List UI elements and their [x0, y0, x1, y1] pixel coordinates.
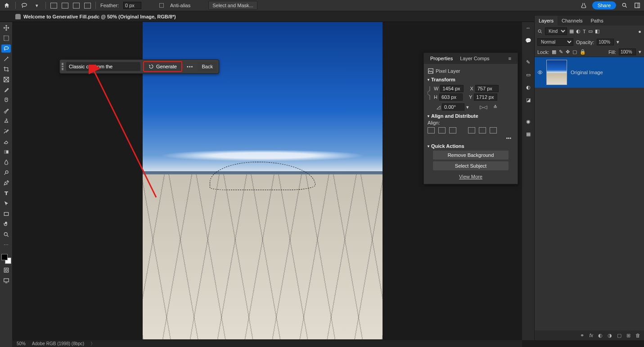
filter-search-icon[interactable] [537, 29, 543, 34]
tab-layer-comps[interactable]: Layer Comps [456, 54, 493, 63]
drag-handle-icon[interactable] [62, 63, 63, 70]
edit-toolbar-icon[interactable]: ⋯ [1, 241, 11, 249]
height-input[interactable]: 603 px [439, 93, 463, 101]
workspace-icon[interactable] [633, 1, 641, 9]
quick-mask-icon[interactable] [1, 266, 11, 274]
filter-adjust-icon[interactable]: ◐ [576, 28, 581, 34]
align-top-icon[interactable] [468, 127, 475, 133]
share-button[interactable]: Share [592, 1, 616, 9]
transform-section[interactable]: Transform [428, 77, 514, 82]
quick-actions-section[interactable]: Quick Actions [428, 143, 514, 149]
align-bottom-icon[interactable] [490, 127, 497, 133]
comments-panel-icon[interactable]: 💬 [524, 36, 532, 44]
new-layer-icon[interactable]: ⊞ [626, 333, 630, 338]
blend-mode-select[interactable]: Normal [537, 38, 573, 46]
visibility-eye-icon[interactable] [537, 70, 543, 75]
history-panel-icon[interactable]: ▭ [524, 71, 532, 79]
frame-tool-icon[interactable] [1, 76, 11, 84]
pen-tool-icon[interactable] [1, 179, 11, 187]
tab-properties[interactable]: Properties [427, 54, 456, 63]
selection-mode-add[interactable] [62, 3, 68, 9]
brush-tool-icon[interactable] [1, 107, 11, 115]
more-options-icon[interactable]: ••• [185, 63, 195, 70]
lock-all-icon[interactable]: 🔒 [580, 49, 586, 55]
y-input[interactable]: 1712 px [474, 93, 497, 101]
brushes-panel-icon[interactable]: ✎ [524, 58, 532, 66]
color-swatches[interactable] [1, 254, 11, 264]
zoom-tool-icon[interactable] [1, 231, 11, 239]
feather-input[interactable] [123, 2, 141, 9]
selection-mode-subtract[interactable] [73, 3, 80, 9]
dodge-tool-icon[interactable] [1, 169, 11, 177]
width-input[interactable]: 1454 px [440, 85, 464, 92]
align-right-icon[interactable] [449, 127, 456, 133]
more-align-icon[interactable]: ••• [428, 135, 514, 141]
align-section[interactable]: Align and Distribute [428, 113, 514, 119]
x-input[interactable]: 757 px [475, 85, 499, 92]
libraries-panel-icon[interactable]: ◪ [524, 96, 532, 104]
prompt-input[interactable]: Classic car from the [66, 62, 140, 71]
beaker-icon[interactable] [580, 1, 588, 9]
filter-toggle-icon[interactable]: ● [638, 29, 641, 34]
screen-mode-icon[interactable] [1, 276, 11, 285]
lasso-tool-icon[interactable] [20, 1, 28, 9]
eyedropper-tool-icon[interactable] [1, 86, 11, 94]
selection-mode-new[interactable] [50, 3, 57, 9]
healing-brush-tool-icon[interactable] [1, 96, 11, 104]
swatches-panel-icon[interactable]: ▦ [524, 130, 532, 138]
fill-input[interactable]: 100% [619, 49, 636, 55]
gradient-tool-icon[interactable] [1, 148, 11, 156]
panel-menu-icon[interactable]: ≡ [505, 54, 515, 63]
adjustments-panel-icon[interactable]: ◐ [524, 83, 532, 91]
document-title[interactable]: Welcome to Generative Fill.psdc @ 50% (O… [23, 14, 176, 19]
move-tool-icon[interactable] [1, 24, 11, 32]
filter-kind-select[interactable]: Kind [545, 27, 567, 35]
color-panel-icon[interactable]: ◉ [524, 117, 532, 125]
clone-stamp-tool-icon[interactable] [1, 117, 11, 125]
filter-shape-icon[interactable]: ▭ [588, 28, 593, 34]
blur-tool-icon[interactable] [1, 158, 11, 166]
align-center-h-icon[interactable] [438, 127, 446, 133]
hand-tool-icon[interactable] [1, 220, 11, 228]
flip-vertical-icon[interactable]: ≛ [493, 104, 497, 110]
align-left-icon[interactable] [428, 127, 435, 133]
marquee-tool-icon[interactable] [1, 34, 11, 42]
rectangle-tool-icon[interactable] [1, 210, 11, 218]
select-and-mask-button[interactable]: Select and Mask... [208, 1, 257, 10]
filter-smart-icon[interactable]: ◧ [595, 28, 599, 34]
remove-background-button[interactable]: Remove Background [433, 151, 509, 160]
layer-fx-icon[interactable]: fx [589, 333, 593, 338]
zoom-level[interactable]: 50% [17, 341, 26, 346]
generate-button[interactable]: Generate [143, 61, 182, 72]
align-center-v-icon[interactable] [479, 127, 486, 133]
opacity-input[interactable]: 100% [597, 39, 614, 45]
history-brush-tool-icon[interactable] [1, 127, 11, 135]
angle-input[interactable]: 0.00° [442, 103, 464, 111]
back-button[interactable]: Back [198, 62, 216, 71]
flip-horizontal-icon[interactable]: ▷◁ [480, 104, 487, 110]
tab-layers[interactable]: Layers [535, 16, 558, 26]
filter-type-icon[interactable]: T [583, 29, 586, 34]
layer-name[interactable]: Original Image [571, 70, 603, 75]
layer-row[interactable]: Original Image [535, 57, 644, 88]
lock-position-icon[interactable]: ✥ [566, 49, 570, 55]
lock-pixels-icon[interactable]: ✎ [559, 49, 563, 55]
new-group-icon[interactable]: ▢ [617, 333, 621, 338]
link-wh-icon[interactable] [428, 85, 432, 101]
search-icon[interactable] [621, 1, 629, 9]
lasso-tool-icon[interactable] [1, 44, 11, 53]
lock-transparency-icon[interactable]: ▩ [552, 49, 556, 55]
path-selection-tool-icon[interactable] [1, 200, 11, 208]
select-subject-button[interactable]: Select Subject [433, 161, 509, 170]
home-icon[interactable] [3, 1, 11, 9]
crop-tool-icon[interactable] [1, 65, 11, 73]
magic-wand-tool-icon[interactable] [1, 55, 11, 63]
dropdown-caret-icon[interactable]: ▾ [33, 1, 41, 9]
link-layers-icon[interactable]: ⚭ [580, 333, 584, 338]
anti-alias-checkbox[interactable] [159, 3, 164, 8]
lock-artboard-icon[interactable]: ▢ [572, 49, 577, 55]
tab-paths[interactable]: Paths [587, 16, 608, 26]
layer-mask-icon[interactable]: ◐ [598, 333, 603, 338]
selection-mode-intersect[interactable] [84, 3, 91, 9]
new-fill-adjust-icon[interactable]: ◑ [608, 333, 612, 338]
